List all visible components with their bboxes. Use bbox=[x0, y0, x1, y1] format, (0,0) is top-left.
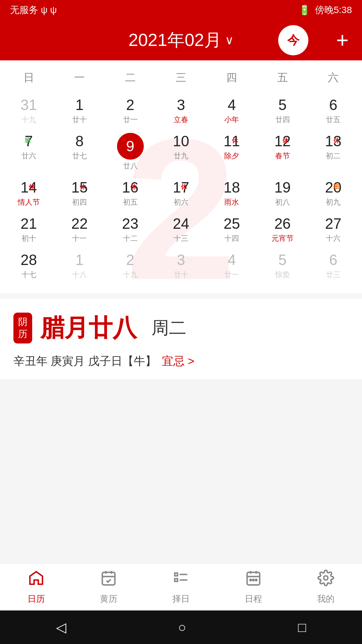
day-cell[interactable]: 11休除夕 bbox=[206, 128, 257, 174]
nav-icon-黄历 bbox=[100, 570, 117, 590]
calendar-body: 日一二三四五六 2 31十九1廿十2廿一3立春4小年5廿四6廿五7班廿六8廿七9… bbox=[0, 60, 362, 293]
day-badge: 休 bbox=[180, 182, 188, 191]
day-cell[interactable]: 12休春节 bbox=[257, 128, 308, 174]
day-badge: 休 bbox=[332, 136, 341, 145]
day-number: 21 bbox=[20, 215, 37, 232]
day-lunar: 元宵节 bbox=[257, 233, 308, 244]
day-cell[interactable]: 2十九 bbox=[105, 247, 156, 283]
day-cell[interactable]: 25十四 bbox=[206, 211, 257, 247]
nav-icon-日程 bbox=[245, 570, 262, 590]
day-lunar: 廿一 bbox=[105, 115, 156, 125]
recents-button[interactable]: □ bbox=[298, 620, 306, 635]
weekday-display: 周二 bbox=[152, 316, 186, 340]
day-cell[interactable]: 21初十 bbox=[3, 211, 54, 247]
day-lunar: 廿九 bbox=[156, 151, 206, 161]
month-title[interactable]: 2021年02月 ∨ bbox=[128, 29, 234, 52]
day-number: 3 bbox=[177, 252, 185, 268]
nav-item-我的[interactable]: 我的 bbox=[290, 566, 362, 608]
day-lunar: 十九 bbox=[3, 115, 54, 125]
day-lunar: 廿一 bbox=[206, 270, 257, 280]
nav-item-择日[interactable]: 择日 bbox=[145, 566, 217, 608]
add-button[interactable]: + bbox=[336, 30, 349, 51]
day-lunar: 小年 bbox=[206, 115, 257, 125]
today-button[interactable]: 今 bbox=[278, 25, 308, 55]
day-lunar: 雨水 bbox=[206, 197, 257, 207]
ganzhi-text: 辛丑年 庚寅月 戊子日【牛】 bbox=[13, 354, 157, 369]
svg-rect-0 bbox=[102, 572, 115, 585]
day-cell[interactable]: 4小年 bbox=[206, 92, 257, 128]
nav-label-择日: 择日 bbox=[172, 593, 190, 605]
yiji-link[interactable]: 宜忌 > bbox=[162, 354, 194, 369]
day-grid: 31十九1廿十2廿一3立春4小年5廿四6廿五7班廿六8廿七9廿八10廿九11休除… bbox=[0, 92, 362, 283]
svg-point-15 bbox=[324, 576, 328, 580]
day-cell[interactable]: 1廿十 bbox=[54, 92, 105, 128]
day-lunar: 廿四 bbox=[257, 115, 308, 125]
day-cell[interactable]: 17休初六 bbox=[156, 174, 206, 211]
day-cell[interactable]: 5廿四 bbox=[257, 92, 308, 128]
info-header: 阴历 腊月廿八 周二 bbox=[13, 312, 349, 344]
nav-label-黄历: 黄历 bbox=[100, 593, 117, 605]
day-badge: 休 bbox=[129, 182, 138, 191]
day-number: 25 bbox=[224, 215, 240, 232]
day-cell[interactable]: 1十八 bbox=[54, 247, 105, 283]
day-cell[interactable]: 28十七 bbox=[3, 247, 54, 283]
nav-item-日程[interactable]: 日程 bbox=[217, 566, 290, 608]
weekday-header: 日一二三四五六 bbox=[0, 67, 362, 89]
day-number: 19 bbox=[274, 179, 291, 196]
nav-item-黄历[interactable]: 黄历 bbox=[72, 566, 145, 608]
day-cell[interactable]: 10廿九 bbox=[156, 128, 206, 174]
day-lunar: 十九 bbox=[105, 270, 156, 280]
status-bar: 无服务 ψ ψ 🔋 傍晚5:38 bbox=[0, 0, 362, 20]
signal-text: 无服务 ψ ψ bbox=[10, 4, 57, 16]
day-number: 28 bbox=[20, 252, 37, 268]
day-lunar: 廿六 bbox=[3, 151, 54, 161]
nav-item-日历[interactable]: 日历 bbox=[0, 566, 72, 608]
day-cell[interactable]: 31十九 bbox=[3, 92, 54, 128]
weekday-header-cell: 一 bbox=[54, 67, 105, 89]
home-button[interactable]: ○ bbox=[178, 620, 186, 635]
day-number: 31 bbox=[20, 97, 37, 113]
day-cell[interactable]: 16休初五 bbox=[105, 174, 156, 211]
day-cell[interactable]: 7班廿六 bbox=[3, 128, 54, 174]
day-cell[interactable]: 27十六 bbox=[308, 211, 359, 247]
nav-icon-择日 bbox=[173, 570, 189, 590]
svg-point-13 bbox=[253, 579, 254, 581]
day-lunar: 立春 bbox=[156, 115, 206, 125]
day-cell[interactable]: 2廿一 bbox=[105, 92, 156, 128]
day-cell[interactable]: 5惊蛰 bbox=[257, 247, 308, 283]
day-cell[interactable]: 20班初九 bbox=[308, 174, 359, 211]
day-lunar: 初九 bbox=[308, 197, 359, 207]
day-cell[interactable]: 24十三 bbox=[156, 211, 206, 247]
day-cell[interactable]: 22十一 bbox=[54, 211, 105, 247]
day-cell[interactable]: 6廿五 bbox=[308, 92, 359, 128]
svg-rect-4 bbox=[175, 573, 177, 576]
day-cell[interactable]: 4廿一 bbox=[206, 247, 257, 283]
calendar-header: 2021年02月 ∨ 今 + bbox=[0, 20, 362, 60]
back-button[interactable]: ◁ bbox=[56, 620, 66, 635]
day-cell[interactable]: 8廿七 bbox=[54, 128, 105, 174]
dropdown-arrow-icon: ∨ bbox=[225, 33, 234, 47]
add-icon: + bbox=[336, 28, 349, 52]
day-number: 10 bbox=[173, 133, 189, 150]
day-number: 24 bbox=[173, 215, 189, 232]
day-cell[interactable]: 6廿三 bbox=[308, 247, 359, 283]
day-cell[interactable]: 3立春 bbox=[156, 92, 206, 128]
day-cell[interactable]: 18雨水 bbox=[206, 174, 257, 211]
day-number: 4 bbox=[228, 252, 236, 268]
day-cell[interactable]: 15休初四 bbox=[54, 174, 105, 211]
svg-point-12 bbox=[250, 579, 251, 581]
day-cell[interactable]: 3廿十 bbox=[156, 247, 206, 283]
day-lunar: 初四 bbox=[54, 197, 105, 207]
day-lunar: 惊蛰 bbox=[257, 270, 308, 280]
day-cell[interactable]: 19初八 bbox=[257, 174, 308, 211]
day-cell[interactable]: 26元宵节 bbox=[257, 211, 308, 247]
bottom-nav: 日历黄历择日日程我的 bbox=[0, 564, 362, 610]
day-cell[interactable]: 14休情人节 bbox=[3, 174, 54, 211]
day-lunar: 十三 bbox=[156, 233, 206, 244]
day-badge: 班 bbox=[332, 182, 341, 191]
day-cell[interactable]: 23十二 bbox=[105, 211, 156, 247]
day-cell[interactable]: 13休初二 bbox=[308, 128, 359, 174]
day-lunar: 初八 bbox=[257, 197, 308, 207]
day-lunar: 春节 bbox=[257, 151, 308, 161]
day-cell[interactable]: 9廿八 bbox=[105, 128, 156, 174]
